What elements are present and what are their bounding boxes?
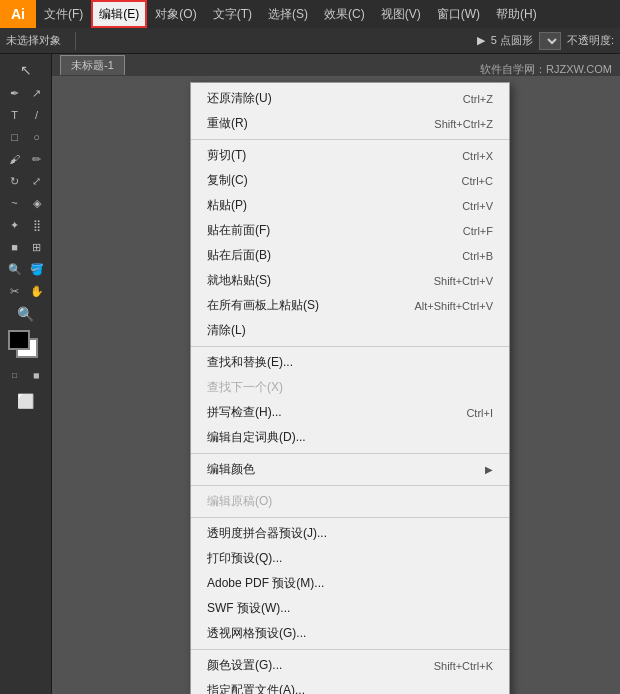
menu-edit-dict[interactable]: 编辑自定词典(D)... <box>191 425 509 450</box>
shape-name: 5 点圆形 <box>491 33 533 48</box>
tool-rotate[interactable]: ↻ <box>4 170 26 192</box>
tool-row-mode: □ ◼ <box>4 364 48 386</box>
menu-copy[interactable]: 复制(C) Ctrl+C <box>191 168 509 193</box>
sep-5 <box>191 517 509 518</box>
color-front[interactable] <box>8 330 30 350</box>
redo-shortcut: Shift+Ctrl+Z <box>434 118 493 130</box>
menu-edit[interactable]: 编辑(E) <box>91 0 147 28</box>
canvas-area: 未标题-1 软件自学网：RJZXW.COM 还原清除(U) Ctrl+Z 重做(… <box>52 54 620 694</box>
tool-brush[interactable]: 🖌 <box>4 148 26 170</box>
menu-edit-color[interactable]: 编辑颜色 ▶ <box>191 457 509 482</box>
sep-6 <box>191 649 509 650</box>
menu-find-next[interactable]: 查找下一个(X) <box>191 375 509 400</box>
menu-pdf-preset[interactable]: Adobe PDF 预设(M)... <box>191 571 509 596</box>
menu-file[interactable]: 文件(F) <box>36 0 91 28</box>
menu-window[interactable]: 窗口(W) <box>429 0 488 28</box>
clear-label: 清除(L) <box>207 322 246 339</box>
tool-row-1: ✒ ↗ <box>4 82 48 104</box>
tool-row-8: ■ ⊞ <box>4 236 48 258</box>
menu-undo[interactable]: 还原清除(U) Ctrl+Z <box>191 86 509 111</box>
tool-zoom[interactable]: 🔍 <box>4 303 48 325</box>
tool-scale[interactable]: ⤢ <box>26 170 48 192</box>
tool-scissors[interactable]: ✂ <box>4 280 26 302</box>
spellcheck-label: 拼写检查(H)... <box>207 404 282 421</box>
menu-color-settings[interactable]: 颜色设置(G)... Shift+Ctrl+K <box>191 653 509 678</box>
edit-color-label: 编辑颜色 <box>207 461 255 478</box>
sep-3 <box>191 453 509 454</box>
tool-mesh[interactable]: ⊞ <box>26 236 48 258</box>
tool-hand[interactable]: ✋ <box>26 280 48 302</box>
menu-print-preset[interactable]: 打印预设(Q)... <box>191 546 509 571</box>
tool-ellipse[interactable]: ○ <box>26 126 48 148</box>
perspective-preset-label: 透视网格预设(G)... <box>207 625 306 642</box>
menu-select[interactable]: 选择(S) <box>260 0 316 28</box>
tool-select[interactable]: ↖ <box>4 59 48 81</box>
menu-transparency[interactable]: 透明度拼合器预设(J)... <box>191 521 509 546</box>
tool-normal-mode[interactable]: □ <box>4 364 26 386</box>
color-boxes <box>8 330 44 360</box>
tool-rect[interactable]: □ <box>4 126 26 148</box>
tool-row-10: ✂ ✋ <box>4 280 48 302</box>
menu-help[interactable]: 帮助(H) <box>488 0 545 28</box>
menu-redo[interactable]: 重做(R) Shift+Ctrl+Z <box>191 111 509 136</box>
menu-cut[interactable]: 剪切(T) Ctrl+X <box>191 143 509 168</box>
tool-symbol[interactable]: ✦ <box>4 214 26 236</box>
shape-select[interactable] <box>539 32 561 50</box>
tool-pen[interactable]: ✒ <box>4 82 26 104</box>
toolbar: 未选择对象 ▶ 5 点圆形 不透明度: <box>0 28 620 54</box>
copy-shortcut: Ctrl+C <box>462 175 493 187</box>
tool-row-9: 🔍 🪣 <box>4 258 48 280</box>
find-next-label: 查找下一个(X) <box>207 379 283 396</box>
cut-shortcut: Ctrl+X <box>462 150 493 162</box>
document-tab[interactable]: 未标题-1 <box>60 55 125 75</box>
tool-row-3: □ ○ <box>4 126 48 148</box>
menu-effect[interactable]: 效果(C) <box>316 0 373 28</box>
edit-color-arrow: ▶ <box>485 464 493 475</box>
menu-swf-preset[interactable]: SWF 预设(W)... <box>191 596 509 621</box>
paste-back-shortcut: Ctrl+B <box>462 250 493 262</box>
tool-row-6: ~ ◈ <box>4 192 48 214</box>
menu-object[interactable]: 对象(O) <box>147 0 204 28</box>
watermark: 软件自学网：RJZXW.COM <box>480 62 612 77</box>
tool-line[interactable]: / <box>26 104 48 126</box>
menu-edit-original[interactable]: 编辑原稿(O) <box>191 489 509 514</box>
paste-front-shortcut: Ctrl+F <box>463 225 493 237</box>
menu-paste-front[interactable]: 贴在前面(F) Ctrl+F <box>191 218 509 243</box>
sep-4 <box>191 485 509 486</box>
tool-change-screen[interactable]: ⬜ <box>4 390 48 412</box>
edit-original-label: 编辑原稿(O) <box>207 493 272 510</box>
tool-warp[interactable]: ~ <box>4 192 26 214</box>
menu-perspective-preset[interactable]: 透视网格预设(G)... <box>191 621 509 646</box>
undo-label: 还原清除(U) <box>207 90 272 107</box>
menu-paste-back[interactable]: 贴在后面(B) Ctrl+B <box>191 243 509 268</box>
menu-clear[interactable]: 清除(L) <box>191 318 509 343</box>
paste-back-label: 贴在后面(B) <box>207 247 271 264</box>
transparency-label: 透明度拼合器预设(J)... <box>207 525 327 542</box>
cut-label: 剪切(T) <box>207 147 246 164</box>
menu-paste[interactable]: 粘贴(P) Ctrl+V <box>191 193 509 218</box>
tool-type[interactable]: T <box>4 104 26 126</box>
paste-inplace-shortcut: Shift+Ctrl+V <box>434 275 493 287</box>
tool-column[interactable]: ⣿ <box>26 214 48 236</box>
tool-eyedrop[interactable]: 🔍 <box>4 258 26 280</box>
paste-label: 粘贴(P) <box>207 197 247 214</box>
tool-row-7: ✦ ⣿ <box>4 214 48 236</box>
tool-gradient[interactable]: ■ <box>4 236 26 258</box>
tool-pencil[interactable]: ✏ <box>26 148 48 170</box>
tool-paint[interactable]: 🪣 <box>26 258 48 280</box>
menu-assign-profile[interactable]: 指定配置文件(A)... <box>191 678 509 694</box>
menu-view[interactable]: 视图(V) <box>373 0 429 28</box>
menu-spellcheck[interactable]: 拼写检查(H)... Ctrl+I <box>191 400 509 425</box>
edit-dict-label: 编辑自定词典(D)... <box>207 429 306 446</box>
menu-find-replace[interactable]: 查找和替换(E)... <box>191 350 509 375</box>
tool-blend[interactable]: ◈ <box>26 192 48 214</box>
menu-paste-allboards[interactable]: 在所有画板上粘贴(S) Alt+Shift+Ctrl+V <box>191 293 509 318</box>
tool-row-2: T / <box>4 104 48 126</box>
tool-screen-mode[interactable]: ◼ <box>26 364 48 386</box>
pdf-preset-label: Adobe PDF 预设(M)... <box>207 575 324 592</box>
menu-text[interactable]: 文字(T) <box>205 0 260 28</box>
menu-paste-inplace[interactable]: 就地粘贴(S) Shift+Ctrl+V <box>191 268 509 293</box>
paste-allboards-label: 在所有画板上粘贴(S) <box>207 297 319 314</box>
tool-direct[interactable]: ↗ <box>26 82 48 104</box>
ai-logo: Ai <box>0 0 36 28</box>
